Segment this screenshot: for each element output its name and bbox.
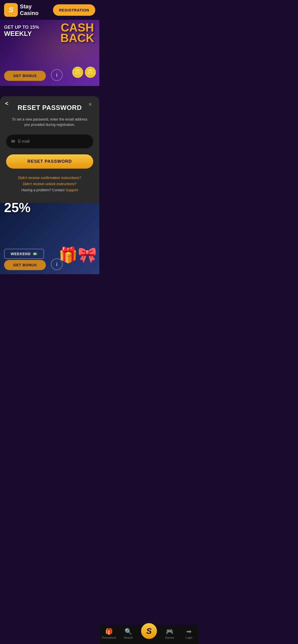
main-content: GET UP TO 15% WEEKLY CASH BACK 🪙🪙 GET BO… [0, 20, 99, 295]
modal-close-button[interactable]: × [86, 100, 94, 108]
logo-letter: S [9, 6, 13, 14]
info-button-1[interactable]: i [51, 69, 63, 81]
logo-container: S Stay Casino [4, 3, 38, 17]
email-input-container: ✉ [6, 135, 93, 148]
weekend-banner: Tuesday · Free rolls 25% WEEKEND 💵 GET B… [0, 193, 99, 274]
gifts-decoration: 🎁🎀 [59, 246, 97, 264]
modal-overlay: < × RESET PASSWORD To set a new password… [0, 96, 99, 203]
weekend-button[interactable]: WEEKEND 💵 [4, 249, 44, 259]
unlock-instructions-link[interactable]: Didn't receive unlock instructions? [6, 182, 93, 186]
bottom-spacer [0, 274, 99, 295]
support-text: Having a problem? Contact Support [6, 188, 93, 192]
weekly-text-container: GET UP TO 15% WEEKLY [4, 25, 39, 37]
confirmation-instructions-link[interactable]: Didn't receive confirmation instructions… [6, 176, 93, 180]
weekly-label: GET UP TO 15% WEEKLY [4, 25, 39, 37]
cashback-text: CASH BACK [60, 22, 94, 43]
header: S Stay Casino REGISTRATION [0, 0, 99, 20]
email-input[interactable] [18, 139, 88, 144]
support-link[interactable]: Support [65, 188, 78, 192]
modal-description: To set a new password, enter the email a… [6, 117, 93, 127]
get-bonus-button-2[interactable]: GET BONUS [4, 260, 46, 270]
registration-button[interactable]: REGISTRATION [53, 4, 95, 16]
coins-decoration: 🪙🪙 [71, 66, 97, 78]
get-bonus-button-1[interactable]: GET BONUS [4, 71, 46, 81]
reset-password-button[interactable]: RESET PASSWORD [6, 154, 93, 169]
modal-title: RESET PASSWORD [6, 104, 93, 112]
modal-back-button[interactable]: < [5, 100, 8, 107]
email-icon: ✉ [11, 139, 15, 144]
logo-text: Stay Casino [20, 3, 38, 17]
reset-password-modal: < × RESET PASSWORD To set a new password… [0, 96, 99, 203]
cashback-banner: GET UP TO 15% WEEKLY CASH BACK 🪙🪙 GET BO… [0, 20, 99, 86]
modal-links: Didn't receive confirmation instructions… [6, 176, 93, 192]
logo-icon: S [4, 3, 18, 17]
